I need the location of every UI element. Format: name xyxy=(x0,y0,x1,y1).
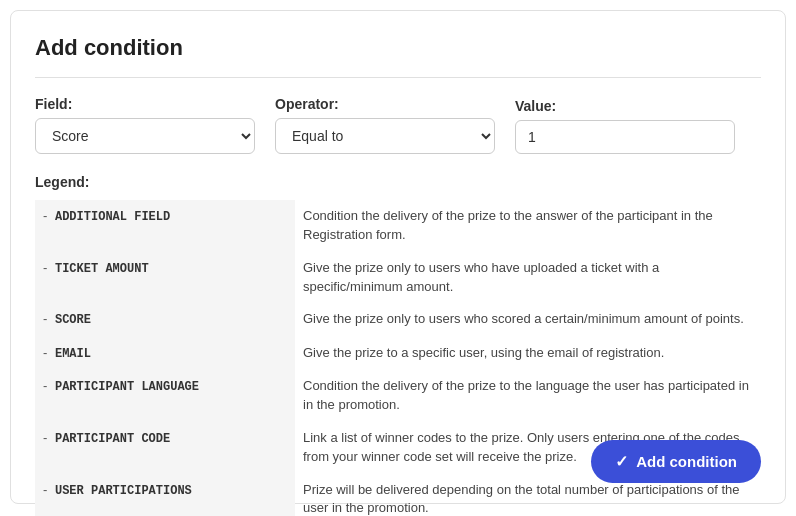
divider xyxy=(35,77,761,78)
value-input[interactable] xyxy=(515,120,735,154)
field-name-text: PARTICIPANT CODE xyxy=(55,432,170,446)
legend-title: Legend: xyxy=(35,174,761,190)
dash-icon: - xyxy=(43,482,47,497)
legend-field-name: - ADDITIONAL FIELD xyxy=(35,200,295,252)
operator-group: Operator: Equal to xyxy=(275,96,495,154)
legend-row: - TICKET AMOUNT Give the prize only to u… xyxy=(35,252,761,304)
field-name-text: TICKET AMOUNT xyxy=(55,262,149,276)
field-select[interactable]: Score xyxy=(35,118,255,154)
value-group: Value: xyxy=(515,98,735,154)
legend-field-name: - USER PARTICIPATIONS xyxy=(35,474,295,516)
legend-row: - PARTICIPANT LANGUAGE Condition the del… xyxy=(35,370,761,422)
dash-icon: - xyxy=(43,345,47,360)
dash-icon: - xyxy=(43,430,47,445)
legend-field-name: - SCORE xyxy=(35,303,295,336)
legend-field-name: - PARTICIPANT CODE xyxy=(35,422,295,474)
legend-description: Condition the delivery of the prize to t… xyxy=(295,370,761,422)
field-name-text: EMAIL xyxy=(55,347,91,361)
legend-field-name: - EMAIL xyxy=(35,337,295,370)
field-name-text: PARTICIPANT LANGUAGE xyxy=(55,380,199,394)
dash-icon: - xyxy=(43,208,47,223)
modal-title: Add condition xyxy=(35,35,761,61)
legend-description: Give the prize only to users who have up… xyxy=(295,252,761,304)
legend-field-name: - TICKET AMOUNT xyxy=(35,252,295,304)
form-row: Field: Score Operator: Equal to Value: xyxy=(35,96,761,154)
legend-description: Give the prize only to users who scored … xyxy=(295,303,761,336)
add-condition-modal: Add condition Field: Score Operator: Equ… xyxy=(10,10,786,504)
legend-description: Give the prize to a specific user, using… xyxy=(295,337,761,370)
field-name-text: SCORE xyxy=(55,313,91,327)
dash-icon: - xyxy=(43,378,47,393)
add-condition-label: Add condition xyxy=(636,453,737,470)
field-label: Field: xyxy=(35,96,255,112)
field-name-text: USER PARTICIPATIONS xyxy=(55,484,192,498)
dash-icon: - xyxy=(43,311,47,326)
legend-row: - SCORE Give the prize only to users who… xyxy=(35,303,761,336)
value-label: Value: xyxy=(515,98,735,114)
field-name-text: ADDITIONAL FIELD xyxy=(55,210,170,224)
legend-row: - ADDITIONAL FIELD Condition the deliver… xyxy=(35,200,761,252)
dash-icon: - xyxy=(43,260,47,275)
field-group: Field: Score xyxy=(35,96,255,154)
legend-description: Condition the delivery of the prize to t… xyxy=(295,200,761,252)
check-icon: ✓ xyxy=(615,452,628,471)
operator-select[interactable]: Equal to xyxy=(275,118,495,154)
add-condition-button[interactable]: ✓ Add condition xyxy=(591,440,761,483)
legend-field-name: - PARTICIPANT LANGUAGE xyxy=(35,370,295,422)
operator-label: Operator: xyxy=(275,96,495,112)
legend-row: - EMAIL Give the prize to a specific use… xyxy=(35,337,761,370)
footer: ✓ Add condition xyxy=(591,440,761,483)
